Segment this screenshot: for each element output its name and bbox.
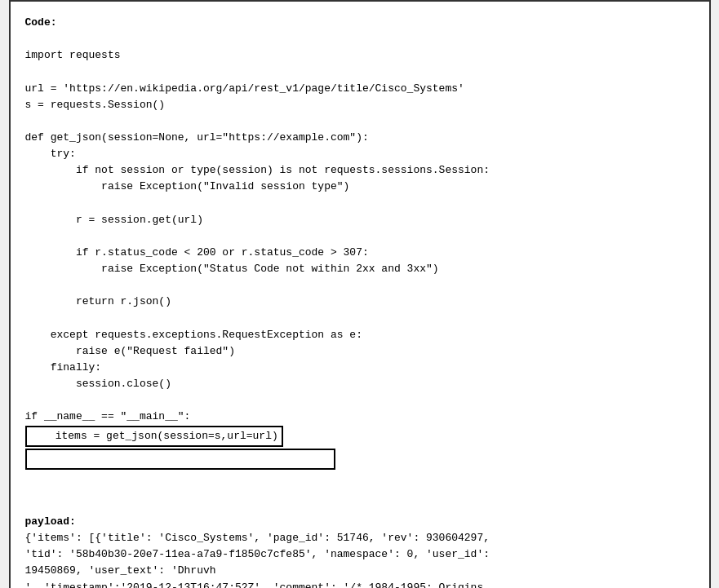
code-line-21: session.close() [25, 378, 171, 390]
code-line-9: raise Exception("Invalid session type") [25, 180, 350, 192]
boxed-items-line: items = get_json(session=s,url=url) [25, 426, 283, 447]
main-container: Code: import requests url = 'https://en.… [9, 0, 711, 588]
code-line-8: if not session or type(session) is not r… [25, 164, 490, 176]
code-line-6: def get_json(session=None, url="https://… [25, 131, 369, 144]
payload-content: {'items': [{'title': 'Cisco_Systems', 'p… [25, 530, 695, 588]
code-line-4: s = requests.Session() [25, 99, 166, 111]
code-line-23: if __name__ == "__main__": [25, 410, 191, 422]
code-line-16: return r.json() [25, 295, 171, 307]
code-line-18: except requests.exceptions.RequestExcept… [25, 329, 362, 341]
code-line-20: finally: [25, 361, 102, 374]
blank-input-box [25, 449, 335, 470]
payload-section: payload: {'items': [{'title': 'Cisco_Sys… [25, 514, 695, 588]
code-section: Code: import requests url = 'https://en.… [25, 15, 695, 502]
code-label: Code: [25, 16, 57, 29]
code-line-7: try: [25, 148, 76, 160]
payload-label: payload: [25, 515, 76, 528]
code-line-3: url = 'https://en.wikipedia.org/api/rest… [25, 82, 464, 95]
code-line-19: raise e("Request failed") [25, 345, 235, 357]
code-content: import requests url = 'https://en.wikipe… [25, 31, 695, 502]
code-line-14: raise Exception("Status Code not within … [25, 263, 439, 275]
code-line-11: r = session.get(url) [25, 214, 203, 226]
code-line-1: import requests [25, 49, 121, 61]
code-line-13: if r.status_code < 200 or r.status_code … [25, 246, 369, 259]
